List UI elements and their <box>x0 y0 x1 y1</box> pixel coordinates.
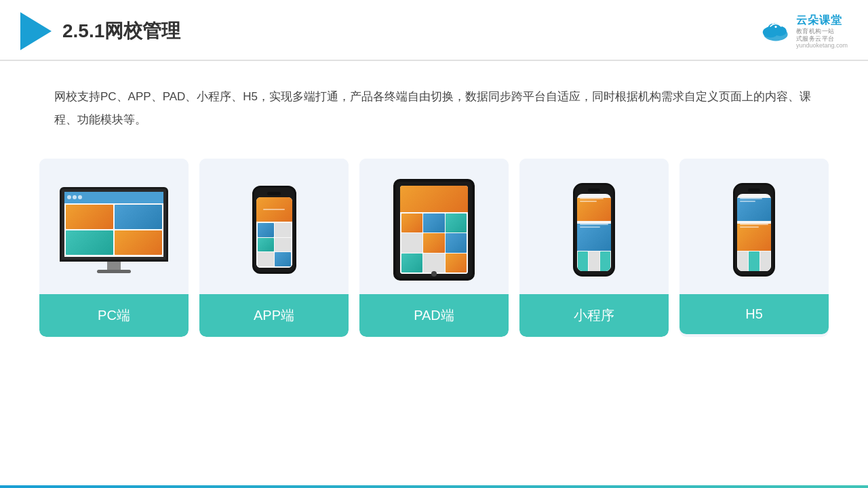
bottom-bar <box>0 485 868 488</box>
card-pad-label: PAD端 <box>359 294 509 337</box>
card-pad-image <box>359 159 509 294</box>
card-h5-image <box>679 159 829 294</box>
phone-h5-icon <box>733 183 775 277</box>
card-pc-image <box>39 159 189 294</box>
pc-monitor-icon <box>56 187 172 282</box>
card-app-image <box>199 159 349 294</box>
svg-point-4 <box>774 26 776 28</box>
brand-name: 云朵课堂 <box>796 14 842 28</box>
phone-miniprogram-icon <box>573 183 615 277</box>
cards-container: PC端 <box>0 131 868 337</box>
card-miniprogram-image <box>519 159 669 294</box>
phone-app-icon <box>252 186 296 274</box>
card-pc: PC端 <box>39 159 189 337</box>
tablet-icon <box>393 179 475 281</box>
card-app: APP端 <box>199 159 349 337</box>
header: 2.5.1网校管理 云朵课堂 教育机构一站 式服务云平台 yunduoketan… <box>0 0 868 61</box>
description-paragraph: 网校支持PC、APP、PAD、小程序、H5，实现多端打通，产品各终端自由切换，数… <box>54 85 814 131</box>
brand-url: yunduoketang.com <box>796 42 848 49</box>
card-app-label: APP端 <box>199 294 349 337</box>
card-pc-label: PC端 <box>39 294 189 337</box>
brand-text: 云朵课堂 教育机构一站 式服务云平台 yunduoketang.com <box>796 14 848 49</box>
logo-triangle-icon <box>20 12 52 50</box>
header-right: 云朵课堂 教育机构一站 式服务云平台 yunduoketang.com <box>760 14 848 49</box>
brand-sub2: 式服务云平台 <box>796 35 835 43</box>
card-pad: PAD端 <box>359 159 509 337</box>
page-title-text: 2.5.1网校管理 <box>62 20 180 41</box>
brand-sub1: 教育机构一站 <box>796 28 835 35</box>
cloud-brand-icon <box>760 19 792 43</box>
card-h5-label: H5 <box>679 294 829 334</box>
page-title: 2.5.1网校管理 <box>62 18 180 44</box>
card-miniprogram-label: 小程序 <box>519 294 669 337</box>
card-h5: H5 <box>679 159 829 337</box>
card-miniprogram: 小程序 <box>519 159 669 337</box>
description-text: 网校支持PC、APP、PAD、小程序、H5，实现多端打通，产品各终端自由切换，数… <box>0 61 868 131</box>
brand-logo: 云朵课堂 教育机构一站 式服务云平台 yunduoketang.com <box>760 14 848 49</box>
header-left: 2.5.1网校管理 <box>20 12 180 50</box>
